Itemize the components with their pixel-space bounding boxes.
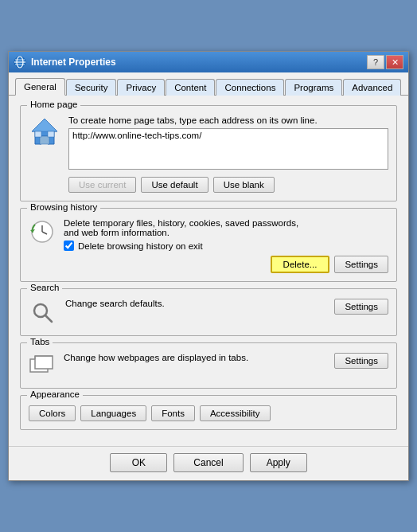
delete-button[interactable]: Delete... bbox=[271, 256, 330, 273]
tab-programs[interactable]: Programs bbox=[285, 79, 342, 96]
tab-security[interactable]: Security bbox=[66, 79, 117, 96]
tabs-bar: General Security Privacy Content Connect… bbox=[9, 72, 408, 96]
browsing-history-label: Browsing history bbox=[27, 202, 100, 212]
tab-privacy[interactable]: Privacy bbox=[117, 79, 165, 96]
tabs-section-label: Tabs bbox=[27, 337, 53, 346]
history-buttons: Delete... Settings bbox=[64, 256, 388, 273]
history-icon bbox=[29, 218, 56, 245]
homepage-buttons: Use current Use default Use blank bbox=[68, 177, 388, 193]
svg-rect-17 bbox=[35, 356, 53, 369]
homepage-description: To create home page tabs, type each addr… bbox=[68, 115, 388, 125]
title-bar-buttons: ? ✕ bbox=[367, 55, 403, 69]
svg-marker-6 bbox=[32, 119, 57, 131]
search-description: Change search defaults. bbox=[65, 299, 326, 308]
help-button[interactable]: ? bbox=[367, 55, 384, 69]
browsing-history-section: Browsing history Delete temporary files,… bbox=[20, 208, 397, 282]
search-section-label: Search bbox=[27, 283, 62, 292]
dialog-footer: OK Cancel Apply bbox=[9, 446, 408, 480]
tab-general[interactable]: General bbox=[15, 78, 65, 96]
colors-button[interactable]: Colors bbox=[29, 405, 76, 421]
search-content: Change search defaults. Settings bbox=[29, 299, 388, 327]
ok-button[interactable]: OK bbox=[110, 453, 167, 472]
history-description: Delete temporary files, history, cookies… bbox=[64, 218, 388, 237]
browsing-history-content: Delete temporary files, history, cookies… bbox=[29, 218, 388, 273]
delete-on-exit-label: Delete browsing history on exit bbox=[78, 241, 203, 251]
svg-rect-7 bbox=[40, 136, 49, 144]
appearance-section: Appearance Colors Languages Fonts Access… bbox=[20, 395, 397, 430]
title-bar-left: Internet Properties bbox=[14, 56, 116, 68]
use-default-button[interactable]: Use default bbox=[141, 177, 208, 193]
ie-icon bbox=[14, 56, 26, 68]
svg-rect-9 bbox=[48, 131, 54, 137]
cancel-button[interactable]: Cancel bbox=[173, 453, 243, 472]
tabs-description: Change how webpages are displayed in tab… bbox=[64, 353, 326, 362]
tabs-content: Change how webpages are displayed in tab… bbox=[29, 353, 388, 380]
search-icon-wrap bbox=[29, 299, 57, 327]
house-icon bbox=[29, 115, 60, 147]
appearance-section-label: Appearance bbox=[27, 389, 83, 399]
magnifier-icon bbox=[32, 302, 54, 324]
tabs-icon bbox=[29, 353, 56, 380]
tab-advanced[interactable]: Advanced bbox=[343, 79, 401, 96]
svg-line-15 bbox=[45, 315, 52, 322]
fonts-button[interactable]: Fonts bbox=[151, 405, 195, 421]
homepage-section: Home page To create home page tabs, type… bbox=[20, 105, 397, 201]
svg-rect-8 bbox=[35, 131, 41, 137]
window-title: Internet Properties bbox=[31, 57, 116, 68]
delete-on-exit-checkbox[interactable] bbox=[64, 241, 74, 251]
search-settings-button[interactable]: Settings bbox=[334, 299, 388, 315]
use-current-button[interactable]: Use current bbox=[68, 177, 136, 193]
tab-content[interactable]: Content bbox=[166, 79, 215, 96]
homepage-url-input[interactable] bbox=[68, 128, 388, 170]
homepage-content: To create home page tabs, type each addr… bbox=[29, 115, 388, 193]
apply-button[interactable]: Apply bbox=[250, 453, 307, 472]
accessibility-button[interactable]: Accessibility bbox=[200, 405, 271, 421]
tabs-settings-button[interactable]: Settings bbox=[334, 353, 388, 369]
use-blank-button[interactable]: Use blank bbox=[213, 177, 275, 193]
homepage-right: To create home page tabs, type each addr… bbox=[68, 115, 388, 193]
homepage-section-label: Home page bbox=[27, 100, 80, 109]
tabs-section: Tabs Change how webpages are displayed i… bbox=[20, 342, 397, 389]
history-right: Delete temporary files, history, cookies… bbox=[64, 218, 388, 273]
content-area: Home page To create home page tabs, type… bbox=[9, 96, 408, 446]
search-section: Search Change search defaults. Settings bbox=[20, 288, 397, 336]
languages-button[interactable]: Languages bbox=[80, 405, 146, 421]
internet-properties-dialog: Internet Properties ? ✕ General Security… bbox=[8, 51, 409, 481]
close-button[interactable]: ✕ bbox=[386, 55, 403, 69]
history-settings-button[interactable]: Settings bbox=[334, 256, 388, 273]
appearance-buttons: Colors Languages Fonts Accessibility bbox=[29, 405, 388, 421]
title-bar: Internet Properties ? ✕ bbox=[9, 52, 408, 72]
delete-on-exit-row: Delete browsing history on exit bbox=[64, 241, 388, 251]
tab-connections[interactable]: Connections bbox=[216, 79, 284, 96]
